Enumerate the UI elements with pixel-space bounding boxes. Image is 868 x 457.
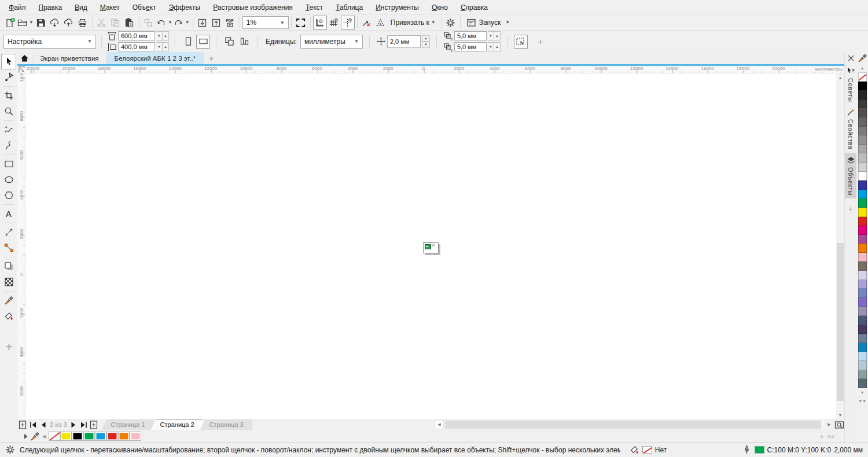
guidelines-button[interactable]: [341, 16, 355, 30]
color-swatch[interactable]: [858, 253, 867, 262]
tool-drop-shadow[interactable]: [1, 259, 16, 274]
vertical-scrollbar[interactable]: ▲ ▼: [836, 73, 844, 419]
cloud-upload-button[interactable]: [62, 16, 76, 30]
redo-button[interactable]: ▼: [173, 16, 190, 30]
page-height-spinner[interactable]: ▼▲: [156, 42, 169, 51]
gear-icon[interactable]: [5, 445, 15, 455]
menu-вид[interactable]: Вид: [68, 1, 94, 14]
tool-interactive-fill[interactable]: [1, 308, 16, 324]
no-color-swatch[interactable]: [858, 72, 867, 82]
color-swatch[interactable]: [858, 117, 867, 127]
menu-правка[interactable]: Правка: [32, 1, 69, 14]
options-button[interactable]: [444, 16, 458, 30]
palette-expand-button[interactable]: ▼▼: [856, 397, 868, 406]
tool-polygon[interactable]: [1, 187, 16, 203]
color-swatch[interactable]: [858, 226, 867, 235]
treat-as-filled-button[interactable]: [514, 35, 528, 49]
nudge-spinner[interactable]: ▲▼: [422, 35, 430, 48]
tool-text[interactable]: A: [1, 206, 16, 222]
color-swatch[interactable]: [858, 180, 867, 190]
tool-pick[interactable]: [1, 54, 16, 69]
add-page-end-button[interactable]: [89, 419, 100, 430]
palette-scroll-right[interactable]: ▶: [818, 432, 827, 441]
color-swatch[interactable]: [858, 235, 867, 244]
add-toolbar-button[interactable]: +: [534, 35, 547, 49]
color-swatch[interactable]: [83, 432, 95, 441]
color-swatch[interactable]: [858, 198, 867, 208]
palette-scroll-left[interactable]: ◀: [39, 432, 49, 441]
snap-angle-button[interactable]: [374, 16, 388, 30]
menu-таблица[interactable]: Таблица: [329, 1, 369, 14]
palette-eyedropper-button[interactable]: [30, 432, 39, 441]
color-swatch[interactable]: [858, 280, 867, 289]
color-swatch[interactable]: [858, 135, 867, 145]
menu-справка[interactable]: Справка: [454, 1, 494, 14]
color-swatch[interactable]: [858, 99, 867, 109]
next-page-button[interactable]: [68, 419, 79, 430]
palette-scroll-down[interactable]: ▼: [856, 388, 868, 397]
vertical-ruler[interactable]: 1000080006000400020000200040006000: [17, 73, 25, 419]
color-swatch[interactable]: [858, 261, 867, 271]
color-swatch[interactable]: [858, 334, 867, 343]
tool-dimension[interactable]: [1, 224, 16, 240]
color-swatch[interactable]: [858, 145, 867, 154]
menu-текст[interactable]: Текст: [299, 1, 329, 14]
no-color-swatch[interactable]: [49, 432, 60, 441]
chevron-down-icon[interactable]: ▼: [278, 17, 287, 28]
menu-файл[interactable]: Файл: [2, 1, 32, 14]
landscape-button[interactable]: [196, 35, 210, 49]
page-height-input[interactable]: 400,0 мм: [118, 42, 155, 51]
placed-image-thumbnail[interactable]: [425, 244, 431, 249]
color-swatch[interactable]: [60, 432, 72, 441]
tool-connector[interactable]: [1, 240, 16, 256]
menu-объект[interactable]: Объект: [126, 1, 163, 14]
scroll-left-arrow[interactable]: ◀: [435, 420, 444, 429]
color-swatch[interactable]: [858, 163, 867, 172]
home-button[interactable]: [17, 52, 32, 64]
menu-растровые-изображения[interactable]: Растровые изображения: [207, 1, 299, 14]
docker-tab-советы[interactable]: ?Советы: [845, 64, 856, 105]
chevron-down-icon[interactable]: ▼: [185, 20, 190, 25]
page-width-input[interactable]: 600,0 мм: [118, 31, 155, 40]
close-docker-button[interactable]: [845, 52, 856, 64]
palette-eyedropper-button[interactable]: [856, 52, 868, 64]
current-page-button[interactable]: [237, 35, 251, 49]
color-swatch[interactable]: [858, 343, 867, 352]
grid-button[interactable]: [327, 16, 341, 30]
snap-off-button[interactable]: [360, 16, 374, 30]
add-page-start-button[interactable]: [17, 419, 28, 430]
nudge-input[interactable]: 2,0 мм: [387, 35, 421, 48]
launch-dropdown[interactable]: Запуск ▼: [463, 16, 513, 30]
tool-plus-tool[interactable]: [1, 339, 16, 355]
palette-flyout-button[interactable]: [21, 432, 30, 441]
color-swatch[interactable]: [95, 432, 106, 441]
rulers-button[interactable]: [313, 16, 327, 30]
cloud-download-button[interactable]: [48, 16, 62, 30]
color-swatch[interactable]: [858, 127, 867, 136]
color-swatch[interactable]: [858, 108, 867, 117]
drawing-page-object[interactable]: [423, 242, 439, 253]
tool-zoom-tool[interactable]: [1, 104, 16, 119]
horizontal-scroll-track[interactable]: [444, 420, 825, 429]
page-width-spinner[interactable]: ▼▲: [156, 31, 169, 40]
chevron-down-icon[interactable]: ▼: [352, 36, 361, 47]
color-swatch[interactable]: [858, 289, 867, 298]
last-page-button[interactable]: [79, 419, 89, 430]
tool-eyedropper[interactable]: [1, 293, 16, 308]
color-swatch[interactable]: [858, 316, 867, 325]
vertical-scroll-track[interactable]: [836, 82, 844, 411]
color-swatch[interactable]: [858, 271, 867, 280]
snap-to-dropdown[interactable]: Привязать к ▼: [388, 16, 439, 30]
color-swatch[interactable]: [858, 352, 867, 361]
color-swatch[interactable]: [858, 307, 867, 316]
color-swatch[interactable]: [858, 90, 867, 99]
color-swatch[interactable]: [118, 432, 130, 441]
page-preset-combo[interactable]: Настройка ▼: [3, 35, 96, 49]
outline-status[interactable]: C:100 M:0 Y:100 K:0 2,000 мм: [742, 445, 863, 455]
chevron-down-icon[interactable]: ▼: [168, 20, 172, 25]
scroll-right-arrow[interactable]: ▶: [825, 420, 834, 429]
duplicate-x-input[interactable]: 5,0 мм: [454, 31, 487, 40]
chevron-down-icon[interactable]: ▼: [29, 20, 34, 25]
tool-ellipse[interactable]: [1, 172, 16, 187]
add-docker-button[interactable]: +: [848, 204, 853, 213]
